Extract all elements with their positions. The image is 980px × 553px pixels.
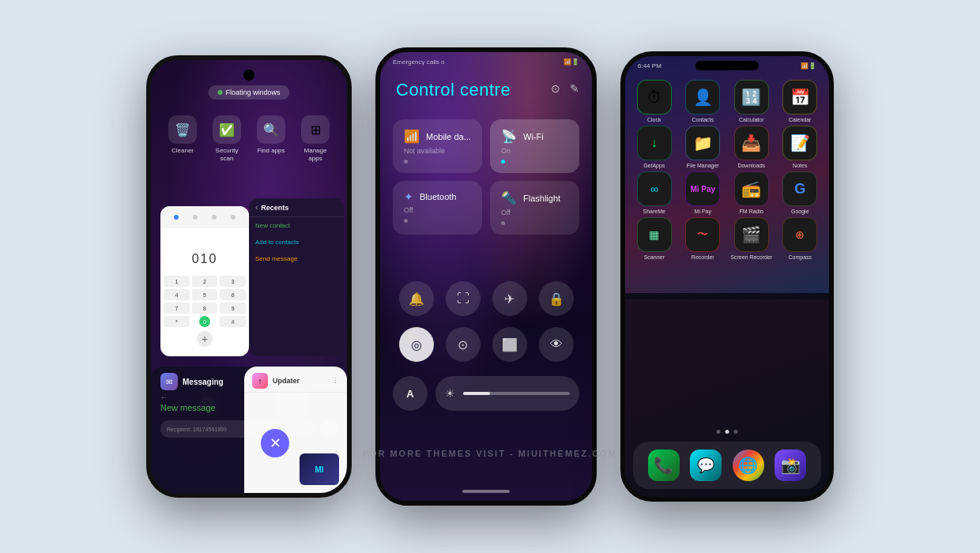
dock-camera-app[interactable]: 📸 (775, 450, 806, 481)
app-clock[interactable]: ⏱ Clock (631, 80, 677, 122)
app-scanner[interactable]: ▦ Scanner (631, 217, 677, 260)
app-downloads[interactable]: 📥 Downloads (729, 126, 775, 168)
calendar-app-icon: 📅 (782, 80, 817, 115)
recents-new-contact[interactable]: New contact (249, 217, 344, 234)
text-size-button[interactable]: A (393, 376, 428, 411)
app-recorder[interactable]: 〜 Recorder (680, 217, 726, 260)
fmradio-app-icon: 📻 (734, 171, 769, 206)
brightness-bar (463, 392, 570, 395)
mobile-data-icon: 📶 (404, 129, 420, 144)
edit-icon[interactable]: ✎ (570, 82, 579, 95)
updater-close-button[interactable]: ✕ (261, 429, 289, 457)
compass-app-icon: ⊕ (782, 217, 817, 252)
dial-6[interactable]: 6 (220, 289, 246, 300)
app-contacts[interactable]: 👤 Contacts (680, 80, 726, 122)
toggle-wifi[interactable]: 📡 Wi-Fi On (490, 119, 579, 173)
dial-hash[interactable]: # (220, 316, 246, 327)
recents-back-arrow[interactable]: ‹ (255, 203, 258, 212)
dock-chat-app[interactable]: 💬 (690, 450, 722, 481)
fmradio-app-label: FM Radio (740, 209, 763, 214)
dial-3[interactable]: 3 (220, 276, 246, 287)
wifi-name: Wi-Fi (523, 132, 544, 141)
floating-windows-pill[interactable]: Floating windows (208, 85, 289, 100)
mipay-app-icon: Mi Pay (685, 171, 720, 206)
app-calculator[interactable]: 🔢 Calculator (729, 80, 775, 122)
getapps-app-icon: ↓ (637, 126, 672, 160)
bottom-controls: A ☀ (393, 376, 579, 411)
app-row-2: ↓ GetApps 📁 File Manager 📥 Downloads 📝 N… (631, 126, 823, 168)
app-cleaner[interactable]: 🗑️ Cleaner (164, 115, 202, 162)
dialer-card[interactable]: 010 1 2 3 4 5 6 7 8 9 * 0 # + (160, 206, 249, 356)
toggle-flashlight[interactable]: 🔦 Flashlight Off (490, 181, 579, 235)
dock-phone-app[interactable]: 📞 (648, 450, 680, 481)
compass-app-label: Compass (788, 254, 812, 260)
brightness-fill (463, 392, 490, 395)
app-getapps[interactable]: ↓ GetApps (631, 126, 677, 168)
bluetooth-icon: ✦ (404, 190, 413, 203)
app-filemanager[interactable]: 📁 File Manager (680, 126, 726, 168)
dock-chrome-app[interactable]: 🌐 (733, 450, 764, 481)
app-notes[interactable]: 📝 Notes (778, 126, 824, 168)
camera-icon[interactable]: ⊙ (551, 82, 560, 95)
dial-2[interactable]: 2 (192, 276, 218, 287)
toggle-mobile-data[interactable]: 📶 Mobile da... Not available (393, 119, 482, 173)
dial-9[interactable]: 9 (220, 303, 246, 314)
brightness-control[interactable]: ☀ (435, 376, 579, 411)
dot-gray2 (212, 215, 217, 220)
dial-7[interactable]: 7 (164, 303, 190, 314)
focus-button[interactable]: ⊙ (446, 327, 481, 362)
phone1-punchhole (243, 70, 254, 81)
floating-windows-label: Floating windows (225, 88, 280, 96)
dial-5[interactable]: 5 (192, 289, 218, 300)
card-add-button[interactable]: + (197, 331, 213, 347)
dot-2-active (726, 430, 729, 434)
phone3-time: 6:44 PM (638, 62, 662, 70)
app-compass[interactable]: ⊕ Compass (778, 217, 824, 260)
updater-header: ↑ Updater ⋮ (244, 367, 347, 393)
calculator-app-icon: 🔢 (734, 80, 769, 115)
manageapps-label: Manage apps (296, 147, 334, 162)
home-indicator[interactable] (462, 490, 510, 493)
dial-0[interactable]: 0 (199, 316, 210, 327)
recents-add-contact[interactable]: Add to contacts (249, 234, 344, 250)
recents-send-message[interactable]: Send message (249, 250, 344, 267)
app-fmradio[interactable]: 📻 FM Radio (729, 171, 775, 214)
app-screenrecorder[interactable]: 🎬 Screen Recorder (729, 217, 775, 260)
dial-8[interactable]: 8 (192, 303, 218, 314)
miui-logo: MI (300, 453, 339, 485)
toggle-bluetooth[interactable]: ✦ Bluetooth Off (393, 181, 482, 235)
airplane-button[interactable]: ✈ (492, 281, 527, 316)
scanner-app-label: Scanner (644, 254, 665, 260)
recents-card[interactable]: ‹ Recents New contact Add to contacts Se… (249, 198, 344, 356)
dial-4[interactable]: 4 (164, 289, 190, 300)
cleaner-label: Cleaner (172, 147, 194, 155)
app-google[interactable]: G Google (778, 171, 824, 214)
location-button[interactable]: ◎ (399, 327, 434, 362)
app-manageapps[interactable]: ⊞ Manage apps (296, 115, 334, 162)
updater-content: ✕ MI (244, 393, 347, 493)
shareme-app-label: ShareMe (643, 209, 665, 214)
app-shareme[interactable]: ∞ ShareMe (631, 171, 677, 214)
app-findapps[interactable]: 🔍 Find apps (252, 115, 290, 162)
app-mipay[interactable]: Mi Pay Mi Pay (680, 171, 726, 214)
updater-app-icon: ↑ (252, 373, 268, 389)
google-app-icon: G (782, 171, 817, 206)
lock-button[interactable]: 🔒 (539, 281, 574, 316)
dot-gray1 (193, 215, 198, 220)
bell-button[interactable]: 🔔 (399, 281, 434, 316)
flashlight-dot (501, 221, 505, 225)
dialer-card-top (160, 206, 249, 228)
eye-button[interactable]: 👁 (539, 327, 574, 362)
toggle-bluetooth-row: ✦ Bluetooth (404, 190, 471, 203)
fullscreen-button[interactable]: ⬜ (492, 327, 527, 362)
phone-3: 6:44 PM 📶🔋 ⏱ Clock 👤 Contacts 🔢 Calculat… (620, 51, 834, 502)
control-centre-title: Control centre (396, 80, 511, 100)
screen-expand-button[interactable]: ⛶ (446, 281, 481, 316)
app-security[interactable]: ✅ Security scan (208, 115, 246, 162)
updater-more-icon[interactable]: ⋮ (332, 377, 339, 385)
bluetooth-status: Off (404, 206, 471, 214)
toggle-flashlight-row: 🔦 Flashlight (501, 190, 568, 205)
dial-star[interactable]: * (164, 316, 190, 327)
dial-1[interactable]: 1 (164, 276, 190, 287)
app-calendar[interactable]: 📅 Calendar (778, 80, 824, 122)
